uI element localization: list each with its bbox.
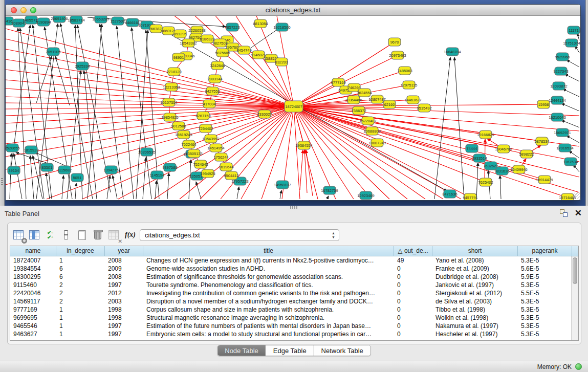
svg-text:12444134: 12444134 — [549, 98, 565, 103]
table-cell: 1 — [56, 322, 105, 330]
table-select-dropdown[interactable]: citations_edges.txt ▲▼ — [140, 229, 339, 241]
svg-text:19218506: 19218506 — [273, 25, 290, 30]
table-row[interactable]: 946362711997Embryonic stem cells: a mode… — [10, 330, 578, 338]
tab-node-table[interactable]: Node Table — [217, 345, 266, 356]
network-view-window[interactable]: citations_edges.txt 16416208904314055717… — [5, 4, 581, 201]
svg-text:22260538: 22260538 — [188, 28, 205, 33]
svg-text:7386372: 7386372 — [351, 108, 366, 113]
svg-text:8427552: 8427552 — [205, 89, 220, 94]
svg-text:1145194: 1145194 — [150, 173, 165, 178]
tab-network-table[interactable]: Network Table — [314, 345, 371, 356]
svg-text:7522464: 7522464 — [181, 142, 196, 147]
column-header-out_de[interactable]: △ out_de... — [394, 246, 432, 256]
table-body: 1872400712008Changes of HCN gene express… — [10, 256, 578, 338]
table-row[interactable]: 1938455462009Genome-wide association stu… — [10, 265, 578, 273]
table-row[interactable]: 977716911998Corpus callosum shape and si… — [10, 305, 578, 314]
table-cell: 9777169 — [10, 305, 56, 314]
table-cell: Disruption of a novel member of a sodium… — [143, 297, 394, 305]
svg-text:18583714: 18583714 — [68, 18, 84, 23]
delete-table-button[interactable]: ✕ — [107, 228, 120, 242]
column-header-short[interactable]: short — [432, 246, 518, 256]
svg-text:10688809: 10688809 — [363, 129, 380, 134]
left-divider-grip-icon[interactable] — [1, 178, 3, 185]
show-columns-button[interactable] — [28, 228, 41, 242]
memory-ok-icon[interactable] — [575, 363, 582, 370]
table-panel-titlebar[interactable]: Table Panel ✕ — [0, 208, 588, 220]
left-panel-divider[interactable] — [0, 0, 5, 206]
table-row[interactable]: 946554611997Estimation of the future num… — [10, 322, 578, 330]
svg-text:2520655: 2520655 — [6, 146, 20, 150]
table-row[interactable]: 911546021997Tourette syndrome. Phenomeno… — [10, 281, 578, 289]
table-cell: Corpus callosum shape and size in male p… — [143, 305, 394, 314]
table-cell: 1 — [56, 314, 105, 322]
table-settings-button[interactable] — [12, 228, 25, 242]
svg-text:1115682: 1115682 — [57, 168, 72, 172]
table-vertical-scrollbar[interactable] — [571, 256, 578, 340]
column-header-title[interactable]: title — [143, 246, 394, 256]
svg-text:5898222: 5898222 — [519, 152, 534, 157]
table-row[interactable]: 1872400712008Changes of HCN gene express… — [10, 256, 578, 265]
table-row[interactable]: 2242004622012Investigating the contribut… — [10, 289, 578, 297]
svg-text:7524643: 7524643 — [193, 162, 208, 167]
svg-text:10543992: 10543992 — [202, 137, 219, 141]
row-height-button[interactable] — [59, 228, 73, 242]
column-header-name[interactable]: name — [10, 246, 56, 256]
table-cell: Structural magnetic resonance image aver… — [143, 314, 394, 322]
table-row[interactable]: 969969511998Structural magnetic resonanc… — [10, 314, 578, 322]
window-resize-grip[interactable] — [573, 192, 580, 200]
table-cell: 0 — [394, 289, 432, 297]
network-window-titlebar[interactable]: citations_edges.txt — [6, 5, 580, 16]
svg-text:9504412: 9504412 — [224, 173, 238, 178]
node-table[interactable]: namein_degreeyeartitle△ out_de...shortpa… — [10, 246, 579, 341]
table-cell: 5.9E-5 — [518, 273, 572, 281]
function-builder-button[interactable]: f(x) — [125, 231, 136, 239]
table-cell: Yano et al. (2008) — [432, 256, 518, 265]
column-header-pagerank[interactable]: pagerank — [518, 246, 572, 256]
tab-edge-table[interactable]: Edge Table — [266, 345, 314, 356]
column-header-year[interactable]: year — [105, 246, 143, 256]
svg-text:9777169: 9777169 — [331, 80, 345, 85]
svg-text:12923469: 12923469 — [357, 193, 374, 198]
right-panel-divider[interactable] — [585, 0, 588, 206]
network-desktop: citations_edges.txt 16416208904314055717… — [0, 0, 588, 206]
table-cell: 1 — [56, 305, 105, 314]
table-cell: 5.3E-5 — [518, 297, 572, 305]
memory-status-label: Memory: OK — [537, 363, 572, 370]
svg-text:18807249: 18807249 — [368, 141, 385, 145]
svg-text:8267150: 8267150 — [195, 114, 210, 118]
delete-column-button[interactable] — [91, 228, 104, 242]
table-cell: 2 — [56, 289, 105, 297]
svg-text:9515492: 9515492 — [417, 106, 431, 111]
table-cell: de Silva et al. (2003) — [432, 297, 518, 305]
table-cell: 14569117 — [10, 297, 56, 305]
table-row[interactable]: 1456911722003Disruption of a novel membe… — [10, 297, 578, 305]
svg-text:1815928: 1815928 — [24, 148, 38, 152]
dropdown-stepper-icon: ▲▼ — [332, 231, 335, 239]
svg-text:9457791: 9457791 — [463, 195, 477, 200]
table-cell: Tibbo et al. (1998) — [432, 305, 518, 314]
svg-text:16107554: 16107554 — [160, 100, 177, 105]
select-columns-button[interactable]: ✔▫✔▫ — [43, 228, 57, 242]
column-header-in_degree[interactable]: in_degree — [56, 246, 105, 256]
svg-text:98901: 98901 — [173, 55, 184, 60]
table-cell: 1997 — [105, 322, 143, 330]
svg-text:417004: 417004 — [203, 102, 215, 106]
svg-text:9831636: 9831636 — [494, 169, 509, 173]
scrollbar-thumb[interactable] — [573, 257, 577, 284]
checklist-icon: ✔▫✔▫ — [47, 230, 53, 239]
float-panel-icon[interactable] — [560, 209, 568, 217]
table-cell: 18300295 — [10, 273, 56, 281]
new-column-button[interactable] — [75, 228, 89, 242]
table-cell: 5.3E-5 — [518, 256, 572, 265]
table-cell: Franke et al. (2009) — [432, 265, 518, 273]
network-canvas[interactable]: 1641620890431405571751908942069140618583… — [6, 16, 580, 200]
table-row[interactable]: 1830029562008Estimation of significance … — [10, 273, 578, 281]
table-cell: 5.3E-5 — [518, 330, 572, 338]
svg-text:16782759: 16782759 — [321, 188, 338, 193]
svg-text:11171: 11171 — [569, 28, 579, 33]
svg-text:18724007: 18724007 — [285, 104, 302, 109]
svg-text:16543382: 16543382 — [180, 41, 197, 46]
table-cell: 49 — [394, 256, 432, 265]
svg-text:2051105: 2051105 — [46, 50, 61, 54]
close-panel-icon[interactable]: ✕ — [575, 209, 582, 217]
